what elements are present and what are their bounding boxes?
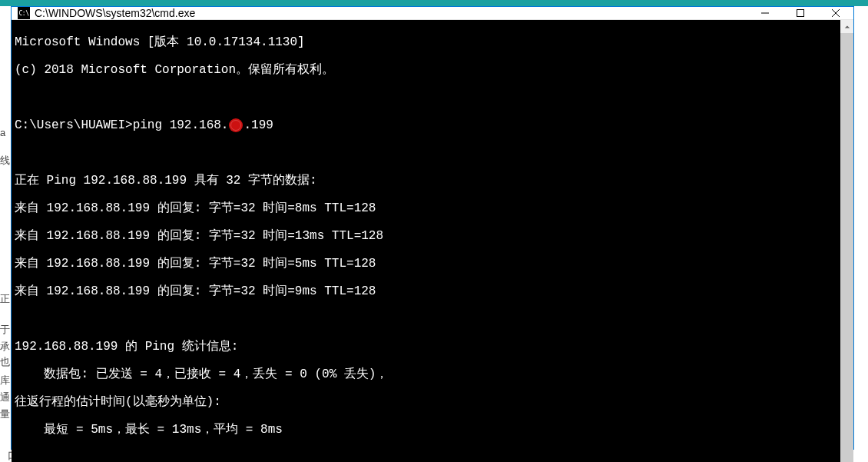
- console-line: [15, 91, 837, 105]
- console-line: 数据包: 已发送 = 4，已接收 = 4，丢失 = 0 (0% 丢失)，: [15, 367, 837, 381]
- close-button[interactable]: [818, 7, 853, 19]
- chevron-up-icon: [844, 24, 850, 30]
- console-line: Microsoft Windows [版本 10.0.17134.1130]: [15, 35, 837, 49]
- console-line: (c) 2018 Microsoft Corporation。保留所有权利。: [15, 63, 837, 77]
- titlebar[interactable]: C:\ C:\WINDOWS\system32\cmd.exe: [12, 7, 853, 20]
- console-line: 192.168.88.199 的 Ping 统计信息:: [15, 340, 837, 354]
- bg-char: 于: [0, 321, 10, 338]
- scrollbar-thumb[interactable]: [840, 33, 853, 462]
- console-line: 最短 = 5ms，最长 = 13ms，平均 = 8ms: [15, 423, 837, 437]
- prompt-text: .199: [244, 118, 273, 132]
- window-controls: [747, 7, 853, 19]
- maximize-button[interactable]: [783, 7, 818, 19]
- console-prompt-line: C:\Users\HUAWEI>ping 192.168..199: [15, 118, 837, 132]
- scrollbar-track[interactable]: [840, 33, 853, 462]
- bg-char: 正: [0, 291, 10, 307]
- bg-char: a: [0, 125, 5, 141]
- close-icon: [832, 9, 840, 17]
- bg-char: 承: [0, 338, 10, 355]
- console-line: 来自 192.168.88.199 的回复: 字节=32 时间=13ms TTL…: [15, 229, 837, 243]
- console-line: 来自 192.168.88.199 的回复: 字节=32 时间=5ms TTL=…: [15, 257, 837, 271]
- prompt-text: C:\Users\HUAWEI>ping 192.168.: [15, 118, 228, 132]
- bg-char: 也: [0, 354, 10, 371]
- cmd-window: C:\ C:\WINDOWS\system32\cmd.exe Microsof…: [11, 6, 854, 450]
- bg-char: 线: [0, 152, 10, 169]
- console-area: Microsoft Windows [版本 10.0.17134.1130] (…: [12, 20, 853, 462]
- console-line: 来自 192.168.88.199 的回复: 字节=32 时间=9ms TTL=…: [15, 284, 837, 298]
- console-line: 来自 192.168.88.199 的回复: 字节=32 时间=8ms TTL=…: [15, 201, 837, 215]
- console-line: 正在 Ping 192.168.88.199 具有 32 字节的数据:: [15, 174, 837, 188]
- top-accent-bar: [0, 0, 868, 6]
- console-output[interactable]: Microsoft Windows [版本 10.0.17134.1130] (…: [12, 20, 840, 462]
- bg-char: 通: [0, 389, 10, 406]
- bg-char: 量: [0, 406, 10, 423]
- redaction-mark-icon: [229, 118, 243, 132]
- console-line: [15, 146, 837, 160]
- maximize-icon: [797, 9, 804, 17]
- vertical-scrollbar[interactable]: [840, 20, 853, 462]
- scrollbar-up-button[interactable]: [840, 20, 853, 33]
- cmd-icon: C:\: [18, 7, 30, 19]
- svg-rect-1: [797, 10, 804, 17]
- console-line: 往返行程的估计时间(以毫秒为单位):: [15, 395, 837, 409]
- console-line: [15, 312, 837, 326]
- window-title: C:\WINDOWS\system32\cmd.exe: [35, 7, 747, 19]
- minimize-button[interactable]: [747, 7, 783, 19]
- minimize-icon: [761, 9, 769, 17]
- bg-char: 库: [0, 372, 10, 389]
- console-line: [15, 450, 837, 462]
